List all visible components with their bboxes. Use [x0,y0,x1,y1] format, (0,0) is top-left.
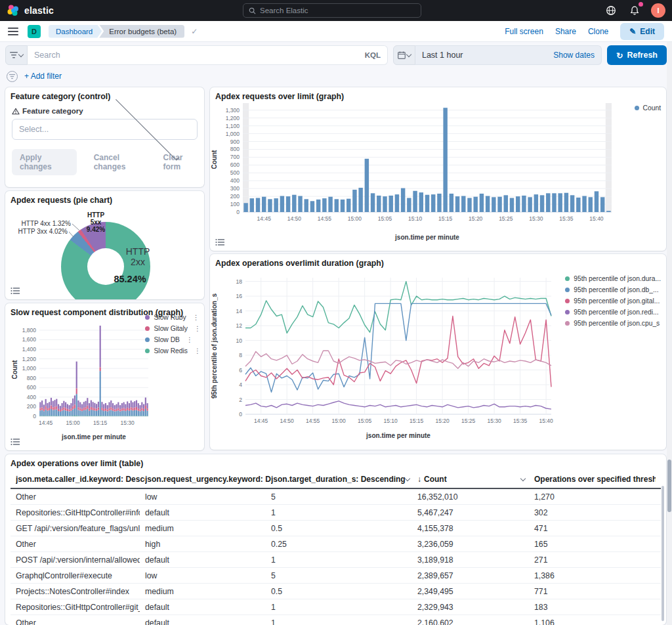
refresh-button[interactable]: ↻ Refresh [607,45,667,65]
legend-dot [145,315,150,320]
table-row: GraphqlController#executelow52,389,6571,… [10,568,661,584]
table-cell: 271 [529,552,661,567]
user-avatar[interactable]: I [651,3,665,18]
full-screen-button[interactable]: Full screen [505,27,543,36]
svg-text:900: 900 [230,139,240,145]
add-filter-button[interactable]: + Add filter [24,72,62,81]
svg-text:15:35: 15:35 [559,215,574,222]
legend-item[interactable]: 95th percentile of json.gital... [565,297,661,305]
legend-item[interactable]: Count [635,104,661,112]
svg-text:15:30: 15:30 [487,418,501,424]
alerts-bell-icon[interactable] [627,3,642,18]
chevron-down-icon[interactable] [520,475,526,481]
kebab-menu-icon[interactable]: ⋮ [193,314,199,321]
pie-label-http3xx: HTTP 3xx 4.02% [5,228,68,235]
svg-text:15:40: 15:40 [539,418,553,424]
table-scrollbar[interactable] [662,486,664,621]
pie-label-http2xx: HTTP2xx [112,246,164,267]
table-cell: Other [10,615,140,625]
time-range-value[interactable]: Last 1 hour [422,51,553,60]
legend-item[interactable]: Slow Redis⋮ [145,347,200,355]
svg-text:Count: Count [211,150,218,169]
column-header-target-duration[interactable]: json.target_duration_s: Descending [271,475,417,484]
page-scrollbar-track[interactable] [667,42,672,625]
legend-item[interactable]: 95th percentile of json.cpu_s [565,320,661,327]
table-cell: 183 [529,599,661,614]
cancel-changes-button[interactable]: Cancel changes [94,153,146,171]
svg-text:15:15: 15:15 [438,215,453,222]
svg-text:100: 100 [230,201,240,207]
table-cell: default [140,552,266,567]
svg-text:0: 0 [33,413,36,420]
filter-menu-icon[interactable] [7,71,18,82]
control-field-label: Feature category [22,107,83,115]
breadcrumb-dashboard[interactable]: Dashboard [49,25,102,38]
legend-item[interactable]: Slow DB⋮ [145,336,200,343]
table-row: Repositories::GitHttpController#git_upl.… [10,599,661,615]
pencil-icon: ✎ [629,27,636,36]
svg-text:1,400: 1,400 [22,346,37,353]
svg-text:15:20: 15:20 [435,418,450,424]
saved-query-menu-button[interactable] [5,45,28,65]
svg-text:2: 2 [239,397,242,403]
kql-button[interactable]: KQL [365,51,381,59]
deployment-icon[interactable] [604,3,618,18]
share-button[interactable]: Share [555,27,576,36]
legend-item[interactable]: 95th percentile of json.db_... [565,286,661,293]
edit-button[interactable]: ✎ Edit [620,23,664,40]
svg-text:15:25: 15:25 [461,418,476,424]
table-cell: 2,349,495 [412,584,529,599]
column-header-count[interactable]: ↓Count [417,475,534,484]
chevron-down-icon [406,51,411,56]
column-header-caller-id[interactable]: json.meta.caller_id.keyword: Desce... [16,475,145,484]
column-header-request-urgency[interactable]: json.request_urgency.keyword: Des... [145,475,271,484]
kql-search-input[interactable]: Search KQL [28,45,388,65]
svg-text:Count: Count [11,360,18,379]
check-icon: ✓ [191,27,198,36]
chevron-down-icon [18,51,24,56]
space-avatar[interactable]: D [28,25,41,38]
legend-item[interactable]: Slow Ruby⋮ [145,314,200,321]
legend-toggle-icon[interactable] [9,437,21,447]
table-cell: 0.5 [266,584,412,599]
table-row: Projects::NotesController#indexmedium0.5… [10,584,661,599]
legend-dot [145,337,150,342]
elastic-logo[interactable]: elastic [7,4,54,17]
kebab-menu-icon[interactable]: ⋮ [194,347,200,355]
panel-apdex-requests-over-limit: Apdex requests over limit (graph) 010020… [210,87,666,251]
table-row: Otherhigh0.253,236,059165 [10,536,661,552]
legend-item[interactable]: 95th percentile of json.dura... [565,275,661,282]
svg-text:400: 400 [230,177,240,184]
legend-item[interactable]: 95th percentile of json.redi... [565,309,661,316]
legend-toggle-icon[interactable] [214,237,226,248]
clear-form-button[interactable]: Clear form [163,153,198,171]
svg-text:14:55: 14:55 [318,215,332,222]
svg-text:700: 700 [230,154,240,160]
column-header-operations-over-threshold[interactable]: Operations over specified threshold... [534,475,656,484]
kebab-menu-icon[interactable]: ⋮ [186,336,192,343]
legend-toggle-icon[interactable] [9,286,21,296]
panel-feature-category-control: Feature category (control) Feature categ… [5,87,204,187]
panel-title: Apdex operations over limit (table) [5,454,666,469]
legend-item[interactable]: Slow Gitaly⋮ [145,325,200,332]
table-row: Otherdefault12,160,6021,106 [10,615,661,625]
show-dates-button[interactable]: Show dates [553,51,595,60]
global-search-input[interactable]: Search Elastic [243,3,421,18]
breadcrumb-current: Error budgets (beta) [99,25,184,38]
quick-select-date-button[interactable] [393,45,415,65]
svg-text:12: 12 [236,322,243,329]
svg-text:14:45: 14:45 [257,215,272,222]
svg-text:1,300: 1,300 [226,107,240,114]
page-scrollbar-thumb[interactable] [667,460,671,512]
feature-category-select[interactable]: Select... [12,119,198,140]
menu-icon[interactable] [8,27,18,36]
svg-text:15:00: 15:00 [348,215,362,222]
svg-text:15:20: 15:20 [469,215,483,222]
kebab-menu-icon[interactable]: ⋮ [194,325,200,332]
svg-text:json.time per minute: json.time per minute [394,234,459,241]
query-bar: Search KQL Last 1 hour Show dates ↻ Refr… [0,42,672,68]
apply-changes-button[interactable]: Apply changes [12,149,77,175]
svg-text:95th percentile of json.durati: 95th percentile of json.duration_s [211,293,218,399]
legend-dot [565,310,570,314]
clone-button[interactable]: Clone [588,27,608,36]
